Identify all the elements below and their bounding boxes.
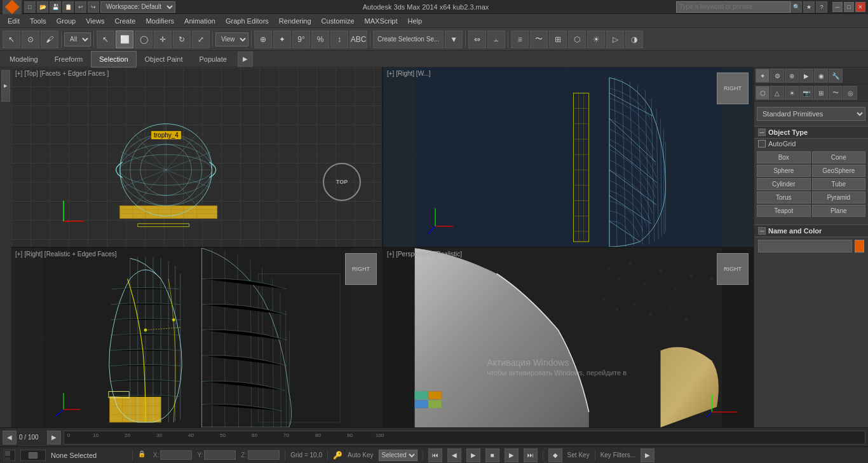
pivot-button[interactable]: ⊕: [254, 31, 272, 48]
maximize-button[interactable]: □: [844, 2, 854, 12]
save-as-button[interactable]: 📋: [62, 1, 74, 13]
new-button[interactable]: □: [24, 1, 36, 13]
menu-tools[interactable]: Tools: [25, 14, 51, 28]
rp-cameras-icon[interactable]: 📷: [799, 86, 813, 100]
material-editor[interactable]: ⬡: [568, 31, 586, 48]
rp-systems-icon[interactable]: ◎: [843, 86, 857, 100]
object-type-collapse[interactable]: ─: [758, 128, 766, 136]
color-swatch[interactable]: [855, 240, 864, 252]
tab-populate[interactable]: Populate: [191, 51, 234, 67]
spinner-snap-button[interactable]: ↕: [330, 31, 348, 48]
name-color-section-header[interactable]: ─ Name and Color: [754, 225, 868, 237]
menu-edit[interactable]: Edit: [3, 14, 25, 28]
open-button[interactable]: 📂: [37, 1, 48, 13]
tab-modeling[interactable]: Modeling: [1, 51, 46, 67]
play-btn[interactable]: ▶: [466, 448, 480, 462]
autogrid-checkbox[interactable]: [758, 140, 766, 148]
sub-toolbar-extra[interactable]: ▶: [238, 52, 253, 67]
next-frame-btn[interactable]: ▶: [505, 448, 519, 462]
viewport-right-wire[interactable]: [+] [Right] [W...]: [383, 67, 754, 247]
create-sel-arrow[interactable]: ▼: [445, 31, 463, 48]
mirror-button[interactable]: ⇔: [468, 31, 486, 48]
stop-btn[interactable]: ■: [485, 448, 499, 462]
plane-button[interactable]: Plane: [812, 205, 866, 217]
set-key-btn[interactable]: ◆: [548, 448, 562, 462]
schematic-view[interactable]: ⊞: [549, 31, 567, 48]
nav-cube-bl[interactable]: RIGHT: [345, 253, 377, 285]
nav-cube-tr[interactable]: RIGHT: [717, 73, 749, 104]
viewport-right-realistic[interactable]: [+] [Right] [Realistic + Edged Faces]: [11, 248, 382, 427]
torus-button[interactable]: Torus: [757, 191, 811, 204]
rp-modify-icon[interactable]: ⚙: [770, 69, 784, 83]
menu-animation[interactable]: Animation: [179, 14, 220, 28]
goto-end-btn[interactable]: ⏭: [524, 448, 538, 462]
render-button[interactable]: ▷: [606, 31, 624, 48]
save-button[interactable]: 💾: [50, 1, 61, 13]
cone-button[interactable]: Cone: [812, 151, 866, 163]
autokey-select[interactable]: Selected: [379, 450, 417, 461]
move-button[interactable]: ✛: [154, 31, 172, 48]
goto-start-btn[interactable]: ⏮: [428, 448, 442, 462]
viewport-top[interactable]: [+] [Top] [Facets + Edged Faces ]: [11, 67, 382, 247]
tab-freeform[interactable]: Freeform: [46, 51, 92, 67]
menu-modifiers[interactable]: Modifiers: [140, 14, 179, 28]
object-name-input[interactable]: [758, 240, 852, 252]
menu-help[interactable]: Help: [403, 14, 428, 28]
percent-snap-button[interactable]: %: [311, 31, 329, 48]
rp-utilities-icon[interactable]: 🔧: [829, 69, 843, 83]
object-type-section-header[interactable]: ─ Object Type: [754, 126, 868, 139]
menu-maxscript[interactable]: MAXScript: [360, 14, 403, 28]
minimize-button[interactable]: ─: [832, 2, 843, 12]
rp-lights-icon[interactable]: ☀: [785, 86, 799, 100]
geosphere-button[interactable]: GeoSphere: [812, 165, 866, 177]
select-region-button[interactable]: ⬜: [116, 31, 133, 48]
sidebar-play-button[interactable]: ▶: [1, 70, 10, 102]
rp-hierarchy-icon[interactable]: ⊕: [785, 69, 799, 83]
rp-display-icon[interactable]: ◉: [814, 69, 828, 83]
lasso-select-icon[interactable]: ⊙: [22, 31, 39, 48]
layer-manager[interactable]: ≡: [511, 31, 529, 48]
search-button[interactable]: 🔍: [790, 1, 802, 13]
timeline-forward-btn[interactable]: ▶: [47, 431, 61, 445]
z-input[interactable]: [248, 450, 280, 460]
sphere-button[interactable]: Sphere: [757, 165, 811, 177]
rp-geometry-icon[interactable]: ⬡: [756, 86, 770, 100]
menu-create[interactable]: Create: [109, 14, 140, 28]
viewport-perspective[interactable]: [+] [Perspective] [Realistic]: [383, 248, 754, 427]
rp-create-icon[interactable]: ✦: [756, 69, 770, 83]
create-selection-button[interactable]: Create Selection Se...: [373, 31, 444, 48]
select-filter-icon[interactable]: ↖: [3, 31, 20, 48]
edit-named-sets[interactable]: ABC: [349, 31, 367, 48]
info-button[interactable]: ?: [816, 1, 827, 13]
align-button[interactable]: ⫠: [487, 31, 505, 48]
box-button[interactable]: Box: [757, 151, 811, 163]
tube-button[interactable]: Tube: [812, 178, 866, 190]
rp-spacewarps-icon[interactable]: 〜: [829, 86, 843, 100]
y-input[interactable]: [204, 450, 236, 460]
x-input[interactable]: [160, 450, 192, 460]
rp-shapes-icon[interactable]: △: [770, 86, 784, 100]
freeform-button[interactable]: ◯: [135, 31, 153, 48]
rp-helpers-icon[interactable]: ⊞: [814, 86, 828, 100]
render-setup[interactable]: ☀: [587, 31, 605, 48]
bookmark-button[interactable]: ★: [803, 1, 815, 13]
timeline-track[interactable]: 0 10 20 30 40 50 60 70 80 90 100: [64, 431, 865, 445]
tab-object-paint[interactable]: Object Paint: [137, 51, 191, 67]
snap-button[interactable]: ✦: [273, 31, 291, 48]
curve-editor[interactable]: 〜: [530, 31, 548, 48]
scale-button[interactable]: ⤢: [192, 31, 210, 48]
tab-selection[interactable]: Selection: [91, 51, 136, 67]
paint-select-icon[interactable]: 🖌: [41, 31, 58, 48]
nav-cube-br[interactable]: RIGHT: [717, 253, 749, 285]
search-input[interactable]: [676, 1, 790, 13]
lock-icon[interactable]: 🔒: [138, 450, 148, 460]
undo-button[interactable]: ↩: [75, 1, 86, 13]
workspace-selector[interactable]: Workspace: Default: [100, 1, 175, 13]
name-color-collapse[interactable]: ─: [758, 227, 766, 235]
key-filters-btn[interactable]: ▶: [641, 448, 654, 462]
filter-select[interactable]: All: [64, 32, 91, 46]
prev-frame-btn[interactable]: ◀: [447, 448, 461, 462]
menu-customize[interactable]: Customize: [316, 14, 360, 28]
menu-graph-editors[interactable]: Graph Editors: [220, 14, 274, 28]
nav-circle-tl[interactable]: TOP: [323, 163, 361, 201]
